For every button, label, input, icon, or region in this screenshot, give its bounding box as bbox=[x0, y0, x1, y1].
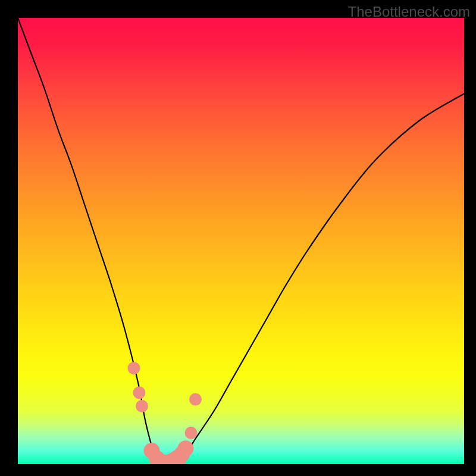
data-point bbox=[185, 427, 198, 439]
data-point bbox=[128, 362, 140, 374]
chart-container: TheBottleneck.com bbox=[0, 0, 476, 476]
data-point bbox=[133, 387, 146, 399]
plot-area bbox=[18, 18, 464, 464]
bottleneck-curve bbox=[18, 18, 464, 464]
data-markers bbox=[128, 362, 202, 464]
chart-svg bbox=[18, 18, 464, 464]
data-point bbox=[136, 400, 148, 412]
watermark-text: TheBottleneck.com bbox=[348, 4, 470, 20]
data-point bbox=[178, 440, 194, 456]
data-point bbox=[189, 393, 202, 406]
